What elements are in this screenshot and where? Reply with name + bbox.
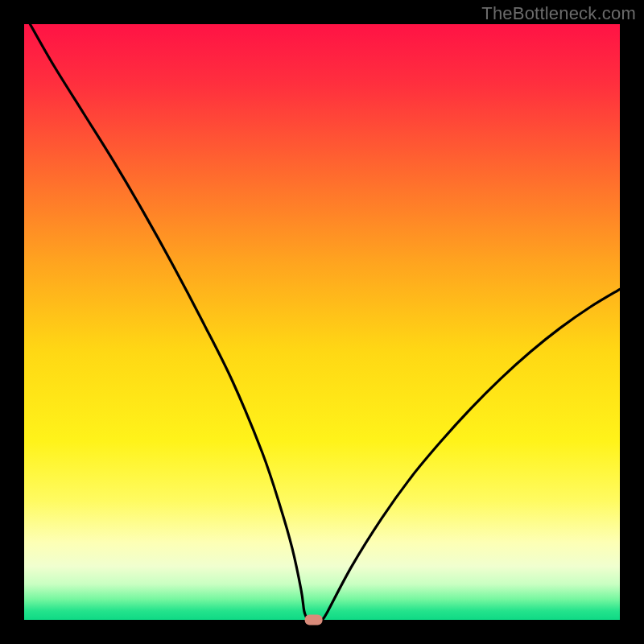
chart-stage: TheBottleneck.com [0,0,644,644]
attribution-text: TheBottleneck.com [481,3,636,24]
optimal-marker [305,615,323,625]
bottleneck-chart [0,0,644,644]
plot-background [24,24,620,620]
